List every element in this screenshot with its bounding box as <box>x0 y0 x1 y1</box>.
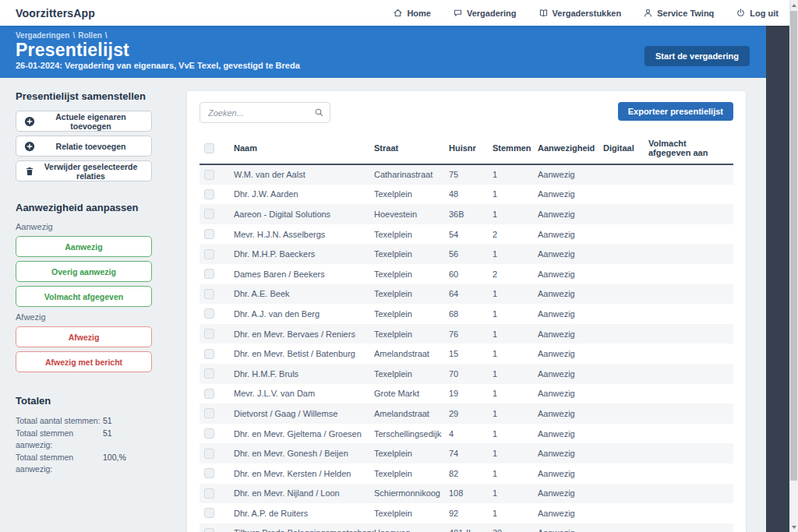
cell-aanwezigheid: Aanwezig <box>538 304 603 324</box>
cell-digitaal <box>603 284 648 305</box>
row-checkbox[interactable] <box>204 528 214 532</box>
cell-huisnr: 70 <box>449 364 493 384</box>
cell-aanwezigheid: Aanwezig <box>538 503 603 523</box>
totals-value: 51 <box>103 428 112 452</box>
row-checkbox[interactable] <box>204 329 214 339</box>
row-checkbox[interactable] <box>204 488 214 499</box>
cell-huisnr: 4 <box>449 424 493 444</box>
cell-digitaal <box>603 503 648 523</box>
afwezig-button[interactable]: Afwezig <box>16 326 152 347</box>
table-row: Dhr. en Mevr. Nijland / LoonSchiermonnik… <box>200 484 733 504</box>
vertical-scrollbar[interactable] <box>789 0 798 532</box>
cell-huisnr: 82 <box>449 463 493 484</box>
nav-item-home[interactable]: Home <box>393 8 431 18</box>
verwijder-geselecteerde-relaties-button[interactable]: Verwijder geselecteerde relaties <box>16 160 152 181</box>
cell-straat: Texelplein <box>374 443 449 463</box>
nav-item-service-twinq[interactable]: Service Twinq <box>643 8 714 18</box>
cell-naam: Dietvorst / Gaag / Willemse <box>234 403 374 424</box>
row-checkbox[interactable] <box>204 428 214 439</box>
top-navigation: VoorzittersApp HomeVergaderingVergaderst… <box>0 0 789 26</box>
totals-label: Totaal aantal stemmen: <box>16 415 103 428</box>
row-checkbox[interactable] <box>204 289 214 299</box>
cell-aanwezigheid: Aanwezig <box>538 244 603 264</box>
totals-row: Totaal stemmen aanwezig:51 <box>16 428 171 452</box>
cell-stemmen: 2 <box>493 224 538 245</box>
actuele-eigenaren-toevoegen-button[interactable]: Actuele eigenaren toevoegen <box>16 111 152 132</box>
row-checkbox[interactable] <box>204 269 214 279</box>
row-checkbox[interactable] <box>204 170 214 180</box>
row-checkbox[interactable] <box>204 249 214 259</box>
cell-stemmen: 1 <box>493 344 538 364</box>
chat-bubble-icon <box>453 8 463 18</box>
totals-section: Totalen Totaal aantal stemmen:51Totaal s… <box>16 395 171 476</box>
cell-huisnr: 15 <box>449 344 493 364</box>
cell-straat: Texelplein <box>374 324 449 344</box>
row-checkbox[interactable] <box>204 468 214 478</box>
aanwezig-button[interactable]: Aanwezig <box>16 236 152 257</box>
column-header-huisnr: Huisnr <box>449 133 493 164</box>
nav-item-label: Log uit <box>750 9 779 18</box>
row-checkbox[interactable] <box>204 508 214 518</box>
nav-item-log-uit[interactable]: Log uit <box>736 8 779 18</box>
button-label: Relatie toevoegen <box>38 142 143 151</box>
cell-straat: Texelplein <box>374 264 449 284</box>
app-logo[interactable]: VoorzittersApp <box>16 7 95 19</box>
volmacht-afgegeven-button[interactable]: Volmacht afgegeven <box>16 286 152 307</box>
column-header-aanwezigheid: Aanwezigheid <box>538 133 603 164</box>
column-header-volmacht-afgegeven-aan: Volmacht afgegeven aan <box>648 133 733 164</box>
cell-stemmen: 1 <box>493 164 538 185</box>
content-area: Presentielijst samenstellen Actuele eige… <box>0 78 766 532</box>
scroll-down-arrow-icon[interactable] <box>789 522 798 532</box>
cell-stemmen: 2 <box>493 264 538 284</box>
overig-aanwezig-button[interactable]: Overig aanwezig <box>16 261 152 282</box>
cell-straat: Schiermonnikoog <box>374 484 449 504</box>
export-attendance-button[interactable]: Exporteer presentielijst <box>618 102 733 121</box>
breadcrumb-separator: \ <box>72 31 75 40</box>
cell-stemmen: 1 <box>493 424 538 444</box>
table-row: Dhr. M.H.P. BaeckersTexelplein561Aanwezi… <box>200 244 733 264</box>
cell-volmacht <box>648 204 733 224</box>
person-icon <box>643 8 653 18</box>
row-checkbox[interactable] <box>204 308 214 319</box>
scroll-up-arrow-icon[interactable] <box>789 0 798 10</box>
row-checkbox[interactable] <box>204 209 214 219</box>
row-checkbox[interactable] <box>204 368 214 379</box>
cell-stemmen: 1 <box>493 403 538 424</box>
cell-huisnr: 60 <box>449 264 493 284</box>
nav-item-vergadering[interactable]: Vergadering <box>453 8 517 18</box>
select-all-checkbox[interactable] <box>204 143 214 153</box>
nav-item-vergaderstukken[interactable]: Vergaderstukken <box>538 8 622 18</box>
cell-digitaal <box>603 403 648 424</box>
scrollbar-thumb[interactable] <box>790 11 797 481</box>
cell-aanwezigheid: Aanwezig <box>538 403 603 424</box>
row-checkbox[interactable] <box>204 449 214 459</box>
cell-huisnr: 75 <box>449 164 493 185</box>
table-row: Dames Baren / BeekersTexelplein602Aanwez… <box>200 264 733 284</box>
breadcrumb-separator: \ <box>105 31 108 40</box>
table-row: Dhr. A.J. van den BergTexelplein681Aanwe… <box>200 304 733 324</box>
breadcrumb-link-rollen[interactable]: Rollen <box>78 31 102 40</box>
row-checkbox[interactable] <box>204 189 214 199</box>
row-checkbox[interactable] <box>204 389 214 399</box>
search-input[interactable] <box>200 102 330 123</box>
button-label: Verwijder geselecteerde relaties <box>38 162 143 181</box>
relatie-toevoegen-button[interactable]: Relatie toevoegen <box>16 136 152 157</box>
cell-volmacht <box>648 523 733 532</box>
cell-digitaal <box>603 204 648 224</box>
breadcrumb-link-vergaderingen[interactable]: Vergaderingen <box>16 31 69 40</box>
afwezig-met-bericht-button[interactable]: Afwezig met bericht <box>16 351 152 372</box>
cell-naam: Dhr. M.H.P. Baeckers <box>234 244 374 264</box>
cell-digitaal <box>603 364 648 384</box>
cell-stemmen: 1 <box>493 384 538 404</box>
row-checkbox[interactable] <box>204 229 214 239</box>
cell-straat: Haagweg <box>374 523 449 532</box>
row-checkbox[interactable] <box>204 349 214 359</box>
cell-volmacht <box>648 344 733 364</box>
cell-aanwezigheid: Aanwezig <box>538 284 603 305</box>
cell-stemmen: 1 <box>493 463 538 484</box>
start-meeting-button[interactable]: Start de vergadering <box>644 46 750 66</box>
table-row: Dhr. H.M.F. BrulsTexelplein701Aanwezig <box>200 364 733 384</box>
cell-volmacht <box>648 364 733 384</box>
cell-huisnr: 19 <box>449 384 493 404</box>
row-checkbox[interactable] <box>204 408 214 418</box>
